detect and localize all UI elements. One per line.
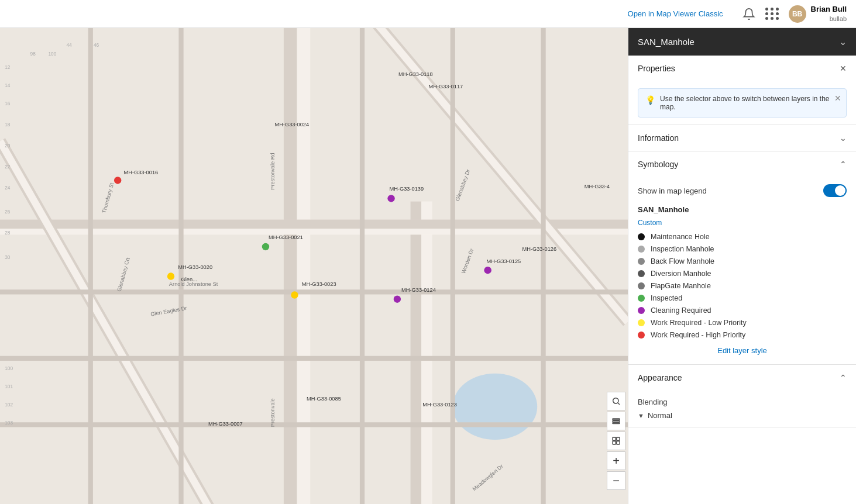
svg-point-71 xyxy=(613,398,618,403)
open-classic-link[interactable]: Open in Map Viewer Classic xyxy=(628,9,723,18)
legend-dot xyxy=(638,270,645,277)
svg-rect-7 xyxy=(0,229,628,234)
symbology-section: Symbology ⌃ Show in map legend SAN_Manho… xyxy=(628,151,856,365)
svg-text:MH-G33-0118: MH-G33-0118 xyxy=(398,71,433,77)
svg-text:MH-G33-0126: MH-G33-0126 xyxy=(522,246,556,252)
svg-point-55 xyxy=(262,243,269,250)
svg-rect-79 xyxy=(617,441,620,444)
symbology-chevron[interactable]: ⌃ xyxy=(840,160,847,169)
properties-chevron[interactable]: ✕ xyxy=(840,64,847,73)
symbology-label: Symbology xyxy=(638,160,678,169)
legend-item-label: Diversion Manhole xyxy=(651,270,711,278)
legend-dot xyxy=(638,319,645,326)
panel-collapse-chevron[interactable]: ⌄ xyxy=(839,36,847,47)
svg-rect-76 xyxy=(613,437,616,440)
edit-layer-style-link[interactable]: Edit layer style xyxy=(638,346,847,355)
svg-rect-74 xyxy=(613,420,620,422)
svg-text:Prestonvale Rd: Prestonvale Rd xyxy=(270,153,276,189)
svg-text:28: 28 xyxy=(5,230,11,236)
basemap-button[interactable] xyxy=(607,431,625,450)
svg-text:MH-G33-0085: MH-G33-0085 xyxy=(307,396,341,402)
svg-rect-5 xyxy=(421,202,432,504)
svg-text:14: 14 xyxy=(5,83,11,88)
svg-text:100: 100 xyxy=(5,366,13,371)
appearance-content: Blending ▼ Normal xyxy=(628,391,856,427)
blending-expand-icon[interactable]: ▼ xyxy=(638,412,644,419)
blending-label: Blending xyxy=(638,398,847,406)
svg-rect-77 xyxy=(617,437,620,440)
svg-text:MH-G33-0021: MH-G33-0021 xyxy=(269,234,303,240)
appearance-section-header[interactable]: Appearance ⌃ xyxy=(628,365,856,391)
custom-label: Custom xyxy=(638,219,847,227)
symbology-layer-name: SAN_Manhole xyxy=(638,205,847,214)
username-display: Brian Bull bullab xyxy=(811,5,847,23)
avatar: BB xyxy=(789,5,806,23)
show-legend-row: Show in map legend xyxy=(638,184,847,197)
svg-text:24: 24 xyxy=(5,185,11,191)
legend-item: FlapGate Manhole xyxy=(638,282,847,290)
info-banner-text: Use the selector above to switch between… xyxy=(660,95,839,111)
legend-item: Cleaning Required xyxy=(638,306,847,315)
svg-text:MH-G33-0024: MH-G33-0024 xyxy=(274,122,309,127)
legend-dot xyxy=(638,233,645,240)
panel-title: SAN_Manhole xyxy=(638,37,695,47)
svg-text:MH-G33-0117: MH-G33-0117 xyxy=(429,84,463,89)
apps-grid-icon[interactable] xyxy=(765,8,779,20)
information-label: Information xyxy=(638,133,679,143)
svg-rect-75 xyxy=(613,423,620,424)
legend-dot xyxy=(638,332,645,339)
svg-rect-3 xyxy=(297,28,311,504)
svg-text:44: 44 xyxy=(66,43,72,48)
legend-item-label: Work Rrequired - Low Priority xyxy=(651,319,747,327)
svg-text:MH-G33-0023: MH-G33-0023 xyxy=(302,281,336,287)
svg-text:22: 22 xyxy=(5,164,11,170)
information-section-header[interactable]: Information ⌄ xyxy=(628,125,856,151)
properties-section-header[interactable]: Properties ✕ xyxy=(628,56,856,81)
legend-dot xyxy=(638,258,645,265)
svg-text:MH-G33-0125: MH-G33-0125 xyxy=(487,258,521,264)
legend-item: Inspection Manhole xyxy=(638,245,847,253)
information-chevron[interactable]: ⌄ xyxy=(840,133,847,143)
svg-rect-4 xyxy=(411,202,422,504)
svg-rect-2 xyxy=(284,28,297,504)
svg-text:46: 46 xyxy=(94,43,99,48)
zoom-in-button[interactable]: + xyxy=(607,451,625,470)
svg-text:MH-G33-0007: MH-G33-0007 xyxy=(208,421,243,427)
svg-rect-73 xyxy=(613,419,620,420)
zoom-out-button[interactable]: − xyxy=(607,471,625,490)
show-legend-toggle[interactable] xyxy=(823,184,847,197)
symbology-content: Show in map legend SAN_Manhole Custom Ma… xyxy=(628,177,856,364)
svg-text:16: 16 xyxy=(5,101,11,106)
symbology-section-header[interactable]: Symbology ⌃ xyxy=(628,151,856,177)
appearance-chevron[interactable]: ⌃ xyxy=(840,373,847,382)
svg-text:MH-G33-0139: MH-G33-0139 xyxy=(389,186,424,192)
layers-button[interactable] xyxy=(607,412,625,430)
legend-item-label: FlapGate Manhole xyxy=(651,282,711,290)
search-map-button[interactable] xyxy=(607,392,625,410)
svg-point-58 xyxy=(484,267,491,274)
map-area[interactable]: Prestonvale Rd Prestonvale Meadowglen Dr… xyxy=(0,28,628,504)
topbar: Open in Map Viewer Classic BB Brian Bull… xyxy=(0,0,856,28)
information-section: Information ⌄ xyxy=(628,125,856,151)
legend-item-label: Maintenance Hole xyxy=(651,233,710,241)
svg-text:100: 100 xyxy=(49,51,57,57)
notification-icon[interactable] xyxy=(742,7,756,21)
svg-point-1 xyxy=(453,374,537,440)
legend-item: Inspected xyxy=(638,294,847,302)
info-banner: 💡 Use the selector above to switch betwe… xyxy=(638,88,847,118)
legend-item: Diversion Manhole xyxy=(638,270,847,278)
svg-text:MH-G33-0123: MH-G33-0123 xyxy=(422,402,457,408)
main-layout: Prestonvale Rd Prestonvale Meadowglen Dr… xyxy=(0,28,856,504)
legend-item-label: Work Required - High Priority xyxy=(651,331,745,339)
properties-content: 💡 Use the selector above to switch betwe… xyxy=(628,81,856,125)
blending-value: Normal xyxy=(648,411,672,420)
info-icon: 💡 xyxy=(645,95,655,105)
map-controls: + − xyxy=(607,392,625,490)
right-panel: SAN_Manhole ⌄ Properties ✕ 💡 Use the sel… xyxy=(628,28,856,504)
user-menu[interactable]: BB Brian Bull bullab xyxy=(789,5,847,23)
legend-items: Maintenance HoleInspection ManholeBack F… xyxy=(638,233,847,339)
properties-section: Properties ✕ 💡 Use the selector above to… xyxy=(628,56,856,125)
svg-point-52 xyxy=(387,195,394,202)
svg-point-65 xyxy=(394,296,401,303)
info-banner-close[interactable]: ✕ xyxy=(834,94,841,103)
